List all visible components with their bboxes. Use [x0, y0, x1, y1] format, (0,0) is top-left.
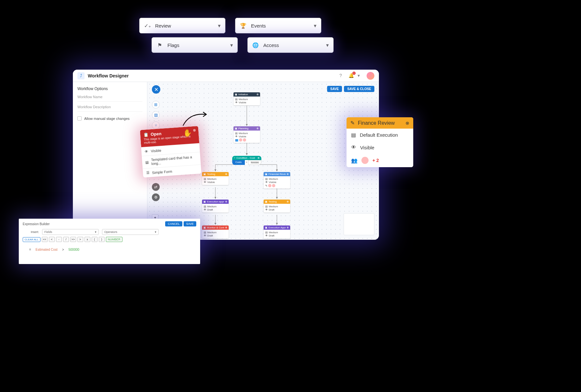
form-icon: ☰ [146, 171, 150, 175]
node-testing1[interactable]: ▣Testing⊗ ▤Medium👁Visible [202, 172, 229, 185]
workflow-desc-field[interactable]: Workflow Description [77, 105, 142, 112]
doc-icon: ▤ [351, 132, 356, 138]
chevron-down-icon: ▾ [218, 23, 221, 29]
fields-select[interactable]: Fields▾ [42, 229, 99, 235]
save-button[interactable]: SAVE [184, 221, 196, 226]
formula-display: = Estimated Cost > 500000 [23, 248, 196, 251]
cancel-button[interactable]: CANCEL [165, 221, 182, 226]
close-icon[interactable]: ⊗ [256, 93, 259, 96]
dd-label: Flags [167, 42, 226, 48]
operators-select[interactable]: Operators▾ [102, 229, 159, 235]
chevron-down-icon: ▾ [230, 42, 233, 48]
finance-review-popup[interactable]: ✎ Finance Review ⊗ ▤Default Execution 👁V… [347, 117, 413, 167]
number-btn[interactable]: NUMBER [106, 237, 122, 242]
edit-icon: ✎ [350, 120, 355, 126]
save-close-button[interactable]: SAVE & CLOSE [344, 86, 374, 92]
op-btn[interactable]: x [85, 237, 90, 242]
avatar[interactable] [367, 72, 374, 80]
chevron-down-icon[interactable]: ▾ [358, 73, 363, 79]
clear-all-button[interactable]: CLEAR ALL [23, 237, 40, 242]
node-condition[interactable]: ⑂Condition - Cost⊗ Costs>500000 [232, 156, 261, 165]
op-btn[interactable]: << [42, 237, 48, 242]
op-btn[interactable]: / [63, 237, 69, 242]
help-icon[interactable]: ? [339, 73, 345, 79]
avatar [361, 157, 369, 164]
bell-icon[interactable]: 🔔1 [348, 73, 354, 79]
section-title: Workflow Options [77, 86, 142, 91]
stage-icon: ▣ [235, 93, 237, 96]
events-dropdown[interactable]: 🏆 Events ▾ [235, 18, 321, 33]
close-icon[interactable]: ⊗ [193, 128, 196, 133]
branch-tool[interactable]: ⑂ [152, 121, 160, 129]
node-testing2[interactable]: ▣Testing⊗ ▤Medium👁Draft [264, 200, 290, 213]
trophy-icon: 🏆 [240, 22, 246, 29]
node-exec-approval1[interactable]: ▣Execution approval⊗ ▤Medium👁Draft [202, 200, 229, 213]
flags-dropdown[interactable]: ⚑ Flags ▾ [152, 37, 238, 53]
node-exec-approval2[interactable]: ▣Execution Approval⊗ ▤Medium👁Draft [264, 225, 290, 238]
doc-icon: ▤ [145, 160, 149, 164]
op-btn[interactable]: ) [99, 237, 105, 242]
checkbox-label: Allow manual stage changes [84, 117, 130, 121]
sidebar: Workflow Options Workflow Name Workflow … [73, 82, 147, 240]
image-tool[interactable]: ▨ [152, 111, 160, 119]
app-header: ⤴ Workflow Designer ? 🔔1 ▾ [73, 70, 379, 82]
node-financial-review[interactable]: ▣Financial Review⊗ ▤Medium👁Visible✎ [264, 172, 290, 189]
insert-label: Insert: [23, 230, 39, 234]
node-initiation[interactable]: ▣Initiation⊗ ▤Medium👁Visible [234, 92, 260, 105]
flag-icon: ⚑ [156, 42, 163, 48]
dd-label: Access [263, 42, 322, 48]
op-btn[interactable]: > [77, 237, 83, 242]
cursor-hand-icon: ✋ [183, 129, 192, 138]
review-dropdown[interactable]: ✓₊ Review ▾ [139, 18, 225, 33]
settings-tool[interactable]: ⚙ [152, 193, 160, 201]
share-icon[interactable]: ⤴ [77, 72, 85, 79]
workflow-name-field[interactable]: Workflow Name [77, 95, 142, 102]
notif-badge: 1 [352, 72, 356, 75]
node-monitor[interactable]: ▣Monitor & Control⊗ ▤Medium👁Draft [202, 225, 229, 238]
manual-stage-checkbox[interactable] [77, 116, 82, 121]
chevron-down-icon: ▾ [314, 23, 316, 29]
people-icon: 👥 [351, 157, 358, 164]
op-btn[interactable]: >> [70, 237, 76, 242]
expression-builder-panel: Expression Builder CANCEL SAVE Insert: F… [19, 219, 200, 264]
close-fab[interactable]: ✕ [152, 85, 160, 94]
dd-label: Events [251, 23, 309, 29]
connect-tool[interactable]: ⇄ [152, 183, 160, 191]
check-plus-icon: ✓₊ [144, 22, 151, 29]
add-stage-tool[interactable]: ⊞ [152, 101, 160, 109]
op-btn[interactable]: ( [92, 237, 97, 242]
chevron-down-icon: ▾ [326, 42, 329, 48]
eye-icon: 👁 [144, 149, 148, 154]
calendar-icon: 📋 [143, 132, 149, 137]
save-button[interactable]: SAVE [327, 86, 342, 92]
panel-title: Expression Builder [23, 222, 164, 226]
eye-icon: 👁 [351, 144, 356, 150]
minimap[interactable] [344, 213, 374, 235]
op-btn[interactable]: - [56, 237, 62, 242]
node-planning[interactable]: ▣Planning⊗ ▤Medium👁Visible👥 [234, 126, 260, 143]
access-dropdown[interactable]: 🌐 Access ▾ [247, 37, 334, 53]
open-stage-card[interactable]: 📋Open This stage is an open stage which … [140, 126, 201, 178]
close-icon[interactable]: ⊗ [405, 121, 409, 126]
op-btn[interactable]: < [49, 237, 55, 242]
dd-label: Review [155, 23, 213, 29]
globe-icon: 🌐 [252, 42, 259, 48]
workflow-designer-app: ⤴ Workflow Designer ? 🔔1 ▾ Workflow Opti… [73, 70, 379, 240]
app-title: Workflow Designer [88, 73, 339, 78]
